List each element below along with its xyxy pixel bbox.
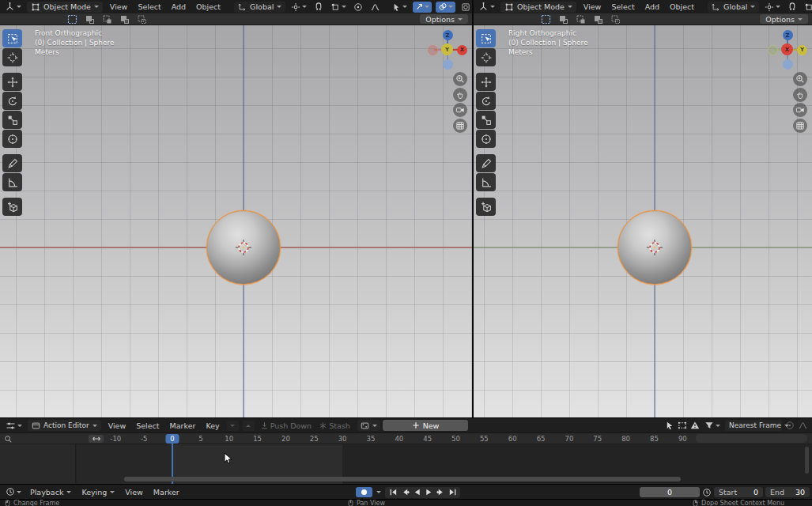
jump-to-end-button[interactable] (447, 487, 458, 497)
menu-select[interactable]: Select (134, 2, 164, 11)
select-mode-extend[interactable] (558, 14, 568, 25)
horizontal-scrollbar[interactable] (124, 477, 681, 481)
options-button[interactable]: Options (420, 14, 468, 24)
menu-view[interactable]: View (107, 2, 131, 11)
gizmo-z-ball[interactable]: Z (783, 30, 793, 40)
current-frame-badge[interactable]: 0 (166, 434, 179, 444)
sphere-object[interactable] (206, 210, 281, 285)
vertical-scrollbar[interactable] (805, 447, 809, 474)
tool-scale[interactable] (2, 111, 22, 129)
gizmo-neg-x-ball[interactable] (428, 45, 438, 55)
snap-settings-dropdown[interactable] (329, 2, 348, 13)
tool-move[interactable] (476, 73, 496, 91)
tl-menu-marker[interactable]: Marker (150, 488, 183, 497)
move-up-button[interactable] (243, 421, 255, 431)
options-button[interactable]: Options (760, 14, 808, 24)
viewport-front-canvas[interactable]: Front Orthographic (0) Collection | Sphe… (0, 25, 472, 417)
dope-sheet-mode-dropdown[interactable]: Action Editor (28, 420, 101, 431)
ruler-scroll-handle[interactable] (89, 435, 104, 443)
keying-set-dropdown[interactable] (375, 487, 383, 498)
channel-list-region[interactable] (0, 444, 76, 484)
play-reverse-button[interactable] (411, 487, 422, 497)
select-mode-intersect[interactable] (610, 14, 621, 25)
preview-range-clock-icon[interactable] (702, 488, 712, 497)
navigation-gizmo[interactable]: Z X Y (427, 29, 468, 70)
gizmo-front-ball[interactable]: X (781, 43, 793, 55)
snap-mode-dropdown[interactable]: Nearest Frame (725, 420, 782, 431)
auto-keying-toggle[interactable] (356, 487, 372, 497)
tool-select-box[interactable] (2, 29, 22, 47)
camera-view-button[interactable] (453, 103, 467, 117)
snap-settings-dropdown[interactable] (803, 2, 812, 13)
proportional-falloff-dropdown[interactable] (368, 2, 382, 13)
sphere-object[interactable] (617, 210, 692, 285)
tool-annotate[interactable] (476, 154, 496, 172)
ruler-horizontal-scrollbar[interactable] (696, 434, 807, 443)
push-down-button[interactable]: Push Down (259, 420, 314, 431)
select-mode-subtract[interactable] (102, 14, 112, 25)
gizmo-y-ball[interactable]: Y (797, 45, 807, 55)
tool-cursor[interactable] (476, 48, 496, 66)
editor-type-button[interactable] (3, 2, 23, 13)
toggle-ortho-button[interactable] (793, 119, 807, 133)
tool-cursor[interactable] (2, 48, 22, 66)
gizmo-neg-z-ball[interactable] (783, 59, 793, 70)
tool-measure[interactable] (476, 173, 496, 191)
tool-scale[interactable] (476, 111, 496, 129)
show-overlays-toggle[interactable] (436, 2, 455, 13)
current-frame-field[interactable]: 0 (640, 487, 700, 497)
menu-object[interactable]: Object (193, 2, 224, 11)
tool-add-cube[interactable] (2, 198, 22, 216)
tl-menu-view[interactable]: View (122, 488, 146, 497)
show-errors-icon[interactable] (690, 421, 700, 430)
menu-add[interactable]: Add (168, 2, 189, 11)
editor-type-button[interactable] (4, 420, 24, 431)
play-button[interactable] (423, 487, 434, 497)
ds-menu-view[interactable]: View (105, 421, 130, 430)
timeline-ruler[interactable]: 0 -10-5510152025303540455055606570758085… (0, 433, 812, 444)
tool-add-cube[interactable] (476, 198, 496, 216)
select-mode-extend[interactable] (85, 14, 95, 25)
next-keyframe-button[interactable] (435, 487, 446, 497)
new-action-button[interactable]: New (383, 420, 468, 431)
gizmo-z-ball[interactable]: Z (443, 30, 453, 40)
show-gizmos-toggle[interactable] (413, 2, 432, 13)
ds-menu-select[interactable]: Select (133, 421, 162, 430)
orientation-dropdown[interactable]: Global (708, 2, 759, 13)
select-mode-invert[interactable] (593, 14, 603, 25)
gizmo-neg-y-ball[interactable] (768, 45, 778, 55)
pivot-point-dropdown[interactable] (763, 2, 782, 13)
xray-toggle[interactable] (459, 2, 472, 13)
select-mode-subtract[interactable] (576, 14, 586, 25)
unlink-action-button[interactable] (227, 421, 239, 431)
browse-action-dropdown[interactable] (357, 420, 380, 431)
select-mode-invert[interactable] (119, 14, 130, 25)
gizmo-x-ball[interactable]: X (457, 45, 467, 55)
select-mode-new[interactable] (67, 14, 77, 25)
pan-button[interactable] (793, 88, 807, 102)
editor-type-button[interactable] (477, 2, 497, 13)
tool-select-box[interactable] (476, 29, 496, 47)
toggle-ortho-button[interactable] (453, 119, 467, 133)
camera-view-button[interactable] (793, 103, 807, 117)
selected-only-box-icon[interactable] (678, 421, 687, 430)
gizmo-front-ball[interactable]: Y (441, 43, 453, 55)
prev-keyframe-button[interactable] (399, 487, 410, 497)
menu-add[interactable]: Add (642, 2, 663, 11)
falloff-curve-icon[interactable] (798, 421, 808, 430)
filter-dropdown[interactable] (703, 420, 722, 431)
snap-toggle[interactable] (786, 2, 799, 13)
select-mode-new[interactable] (541, 14, 551, 25)
tool-rotate[interactable] (476, 92, 496, 110)
tool-move[interactable] (2, 73, 22, 91)
tl-menu-playback[interactable]: Playback (27, 488, 74, 497)
frame-start-field[interactable]: Start 0 (714, 487, 763, 497)
menu-select[interactable]: Select (608, 2, 637, 11)
ds-menu-key[interactable]: Key (202, 421, 222, 430)
mode-dropdown[interactable]: Object Mode (500, 2, 576, 13)
tool-annotate[interactable] (2, 154, 22, 172)
menu-view[interactable]: View (580, 2, 605, 11)
mode-dropdown[interactable]: Object Mode (27, 2, 103, 13)
tool-measure[interactable] (2, 173, 22, 191)
navigation-gizmo[interactable]: Z Y X (767, 29, 808, 70)
